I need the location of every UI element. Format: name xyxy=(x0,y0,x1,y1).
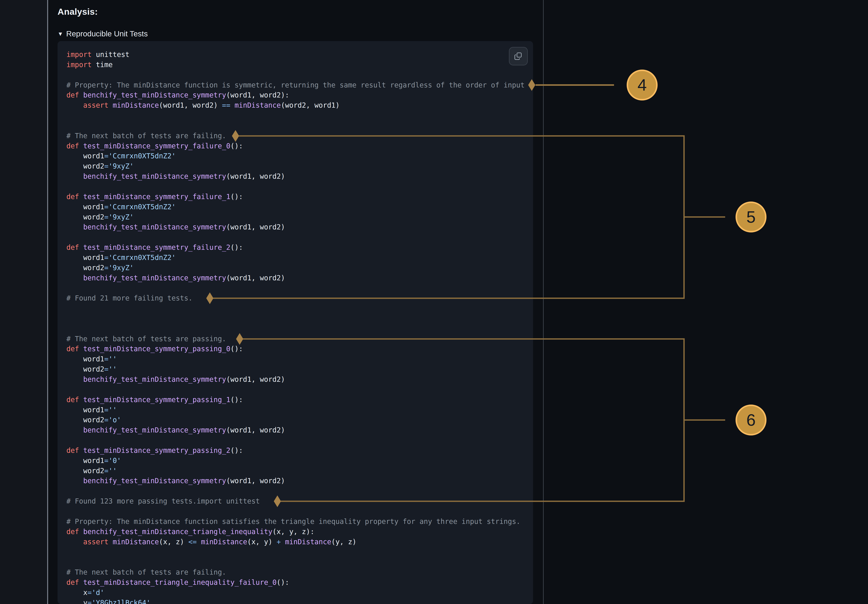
code-line: # Found 123 more passing tests.import un… xyxy=(67,496,525,506)
left-panel-border xyxy=(47,0,48,604)
code-line: # The next batch of tests are passing. xyxy=(67,334,525,344)
code-line: def test_minDistance_symmetry_passing_1(… xyxy=(67,395,525,405)
code-line xyxy=(67,232,525,243)
code-line: benchify_test_minDistance_symmetry(word1… xyxy=(67,222,525,232)
code-line: word2='9xyZ' xyxy=(67,161,525,171)
code-line xyxy=(67,303,525,314)
section-title: Reproducible Unit Tests xyxy=(66,29,148,38)
code-line xyxy=(67,557,525,567)
panel-divider xyxy=(543,0,544,604)
code-block: import unittestimport time # Property: T… xyxy=(57,41,533,604)
code-line: word2='' xyxy=(67,364,525,374)
code-line: word2='' xyxy=(67,466,525,476)
code-line: # The next batch of tests are failing. xyxy=(67,567,525,578)
code-line: def benchify_test_minDistance_triangle_i… xyxy=(67,527,525,537)
code-line xyxy=(67,182,525,192)
copy-button[interactable] xyxy=(509,47,528,65)
code-line: word1='' xyxy=(67,354,525,364)
page-title: Analysis: xyxy=(57,6,98,17)
code-line: # Property: The minDistance function is … xyxy=(67,80,525,90)
code-line xyxy=(67,120,525,131)
code-line xyxy=(67,283,525,293)
left-gutter xyxy=(0,0,47,604)
code-line: assert minDistance(word1, word2) == minD… xyxy=(67,100,525,110)
code-line: benchify_test_minDistance_symmetry(word1… xyxy=(67,171,525,182)
code-line: word2='9xyZ' xyxy=(67,212,525,222)
code-line xyxy=(67,435,525,445)
code-line xyxy=(67,314,525,324)
code-content: import unittestimport time # Property: T… xyxy=(67,49,525,604)
code-line xyxy=(67,385,525,395)
annotation-badge-6[interactable]: 6 xyxy=(736,405,766,436)
code-line xyxy=(67,547,525,557)
code-line: word1='' xyxy=(67,405,525,415)
code-line: word2='9xyZ' xyxy=(67,263,525,273)
code-line: word1='Ccmrxn0XT5dnZ2' xyxy=(67,151,525,161)
code-line: def test_minDistance_symmetry_failure_0(… xyxy=(67,141,525,151)
code-line: benchify_test_minDistance_symmetry(word1… xyxy=(67,273,525,283)
code-line: word1='0' xyxy=(67,456,525,466)
code-line: # Property: The minDistance function sat… xyxy=(67,516,525,527)
code-line: def test_minDistance_symmetry_failure_2(… xyxy=(67,243,525,253)
code-line: y='Y8Gbz1lBck64' xyxy=(67,598,525,604)
section-toggle-reproducible-unit-tests[interactable]: ▼ Reproducible Unit Tests xyxy=(57,29,148,38)
code-line: # Found 21 more failing tests. xyxy=(67,293,525,303)
code-line: benchify_test_minDistance_symmetry(word1… xyxy=(67,425,525,435)
code-line: assert minDistance(x, z) <= minDistance(… xyxy=(67,537,525,547)
code-line xyxy=(67,110,525,120)
code-line: benchify_test_minDistance_symmetry(word1… xyxy=(67,476,525,486)
code-line: word1='Ccmrxn0XT5dnZ2' xyxy=(67,253,525,263)
code-line: import time xyxy=(67,60,525,70)
annotation-badge-4[interactable]: 4 xyxy=(627,70,657,100)
code-line: import unittest xyxy=(67,49,525,60)
code-line: word1='Ccmrxn0XT5dnZ2' xyxy=(67,202,525,212)
annotation-badge-5[interactable]: 5 xyxy=(736,201,766,232)
code-line: x='d' xyxy=(67,588,525,598)
code-line: def test_minDistance_symmetry_failure_1(… xyxy=(67,192,525,202)
code-line xyxy=(67,486,525,496)
copy-icon xyxy=(514,51,523,61)
code-line: # The next batch of tests are failing. xyxy=(67,131,525,141)
code-line: benchify_test_minDistance_symmetry(word1… xyxy=(67,374,525,385)
code-line xyxy=(67,70,525,80)
code-line xyxy=(67,324,525,334)
collapse-triangle-icon: ▼ xyxy=(57,31,63,37)
code-line: def test_minDistance_symmetry_passing_0(… xyxy=(67,344,525,354)
code-line: def test_minDistance_triangle_inequality… xyxy=(67,578,525,588)
code-line xyxy=(67,506,525,516)
code-line: def benchify_test_minDistance_symmetry(w… xyxy=(67,90,525,100)
code-line: word2='o' xyxy=(67,415,525,425)
code-line: def test_minDistance_symmetry_passing_2(… xyxy=(67,445,525,456)
